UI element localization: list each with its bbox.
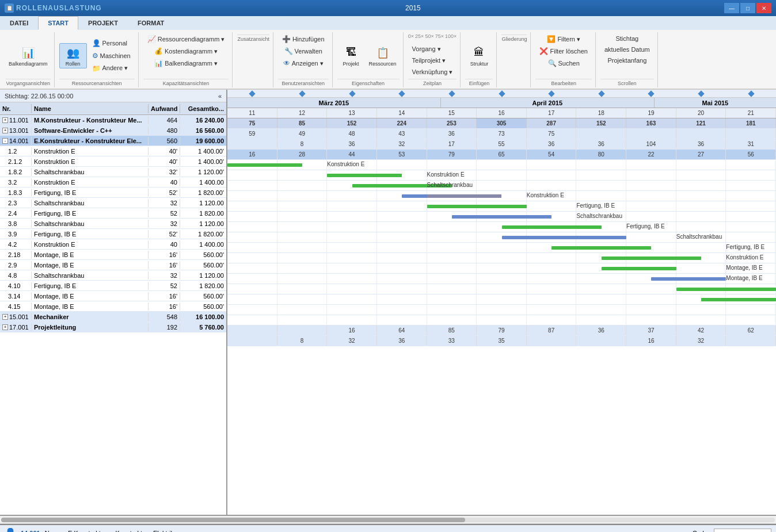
ressourcendiagramm-button[interactable]: 📈 Ressourcendiagramm ▾ (143, 33, 229, 45)
days-header: 1112131415161718192021 (227, 108, 776, 118)
personal-button[interactable]: 👤 Personal (88, 37, 135, 49)
expand-icon[interactable]: + (2, 117, 8, 123)
rollen-button[interactable]: 👥 Rollen (59, 43, 87, 68)
table-row[interactable]: 4.2 Konstruktion E 40 1 400.00 (0, 239, 226, 250)
table-row[interactable]: 1.2 Konstruktion E 40' 1 400.00' (0, 146, 226, 156)
expand-icon[interactable]: - (2, 138, 8, 144)
chart-bar-row: Schaltschrankbau (227, 212, 776, 222)
summary-val: 287 (527, 118, 577, 128)
cell-name: E.Konstrukteur - Konstrukteur Ele... (32, 137, 149, 145)
ressourcen-label: Ressourcen (369, 61, 397, 67)
expand-icon[interactable]: + (2, 128, 8, 133)
teilprojekt-button[interactable]: Teilprojekt ▾ (408, 55, 457, 66)
gantt-bar (452, 215, 551, 219)
table-row[interactable]: 4.10 Fertigung, IB E 52 1 820.00 (0, 281, 226, 291)
table-row[interactable]: 2.9 Montage, IB E 16' 560.00' (0, 260, 226, 270)
cell-gesamtko: 16 240.00 (180, 116, 226, 124)
title-bar-left: 📋 ROLLENAUSLASTUNG (5, 3, 102, 13)
scrollbar-track[interactable] (1, 518, 775, 522)
scrollbar-thumb[interactable] (1, 518, 465, 522)
cell-nr: 4.8 (0, 271, 32, 280)
maschinen-button[interactable]: ⚙ Maschinen (88, 50, 135, 62)
filtern-button[interactable]: 🔽 Filtern ▾ (543, 33, 584, 45)
kostendiagramm-button[interactable]: 💰 Kostendiagramm ▾ (150, 45, 222, 57)
stichtag-button[interactable]: Stichtag (611, 33, 642, 44)
balkendiagramm-icon: 📊 (20, 45, 36, 61)
cell-name: Projektleitung (32, 323, 149, 331)
table-row[interactable]: 4.8 Schaltschrankbau 32 1 120.00 (0, 270, 226, 281)
ressourcenansichten-row1: 👥 Rollen 👤 Personal ⚙ Maschinen 📁 Andere… (59, 33, 135, 78)
struktur-button[interactable]: 🏛 Struktur (465, 43, 493, 68)
code-label: Code: (693, 530, 709, 533)
filter-loeschen-button[interactable]: ❌ Filter löschen (535, 45, 591, 57)
table-row[interactable]: 1.8.3 Fertigung, IB E 52' 1 820.00' (0, 187, 226, 198)
suchen-button[interactable]: 🔍 Suchen (544, 58, 584, 69)
vorgang-label: Vorgang ▾ (412, 45, 441, 53)
close-button[interactable]: ✕ (756, 3, 771, 13)
projektanfang-button[interactable]: Projektanfang (603, 55, 651, 66)
table-row[interactable]: + 13.001 Software-Entwickler - C++ 480 1… (0, 125, 226, 136)
summary-val: 253 (427, 118, 477, 128)
tab-format[interactable]: FORMAT (128, 16, 174, 30)
bar-label: Schaltschrankbau (676, 234, 722, 240)
table-row[interactable]: 1.8.2 Schaltschrankbau 32' 1 120.00' (0, 167, 226, 177)
verknuepfung-button[interactable]: Verknüpfung ▾ (408, 67, 457, 78)
col-nr-header: Nr. (0, 104, 32, 113)
vorgang-button[interactable]: Vorgang ▾ (408, 44, 457, 55)
projekt-button[interactable]: 🏗 Projekt (337, 43, 365, 68)
andere-button[interactable]: 📁 Andere ▾ (88, 63, 135, 74)
table-row[interactable]: 2.3 Schaltschrankbau 32 1 120.00 (0, 198, 226, 208)
table-row[interactable]: + 15.001 Mechaniker 548 16 100.00 (0, 312, 226, 322)
table-row[interactable]: 2.4 Fertigung, IB E 52 1 820.00 (0, 208, 226, 219)
table-row[interactable]: 3.8 Schaltschrankbau 32 1 120.00 (0, 219, 226, 229)
expand-icon[interactable]: + (2, 324, 8, 330)
stichtag-row: Stichtag: 22.06.15 00:00 « (0, 90, 226, 102)
cell-name: Fertigung, IB E (32, 230, 149, 238)
nav-arrow[interactable]: « (218, 93, 222, 99)
cell-gesamtko: 560.00' (180, 292, 226, 300)
table-row[interactable]: 3.2 Konstruktion E 40 1 400.00 (0, 177, 226, 187)
table-row[interactable]: 3.14 Montage, IB E 16' 560.00' (0, 291, 226, 301)
table-row[interactable]: + 17.001 Projektleitung 192 5 760.00 (0, 322, 226, 332)
anzeigen-icon: 👁 (283, 59, 290, 67)
gantt-chart: März 2015 April 2015 Mai 2015 1112131415… (227, 90, 776, 515)
chart-value-cell: 59 (227, 129, 277, 139)
minimize-button[interactable]: — (724, 3, 739, 13)
bar-label: Montage, IB E (726, 275, 762, 281)
tab-start[interactable]: START (38, 16, 78, 30)
marker-cell (377, 90, 427, 97)
suchen-label: Suchen (558, 60, 580, 67)
ressourcen-button[interactable]: 📋 Ressourcen (366, 43, 400, 68)
table-row[interactable]: 3.9 Fertigung, IB E 52' 1 820.00' (0, 229, 226, 239)
table-row[interactable]: 2.1.2 Konstruktion E 40' 1 400.00' (0, 156, 226, 167)
eigenschaften-row: 🏗 Projekt 📋 Ressourcen (337, 33, 400, 78)
scrollen-label: Scrollen (600, 79, 654, 86)
table-row[interactable]: 4.15 Montage, IB E 16' 560.00' (0, 301, 226, 312)
app-title: ROLLENAUSLASTUNG (16, 4, 102, 12)
chart-value-cell (227, 326, 277, 335)
verwalten-button[interactable]: 🔧 Verwalten (280, 45, 326, 57)
gantt-container: Stichtag: 22.06.15 00:00 « Nr. Name Aufw… (0, 90, 776, 516)
bar-label: Konstruktion E (527, 192, 564, 198)
aktuelles-datum-button[interactable]: aktuelles Datum (600, 44, 654, 55)
table-row[interactable]: 2.18 Montage, IB E 16' 560.00' (0, 250, 226, 260)
chart-bar-row: Montage, IB E (227, 274, 776, 284)
cell-gesamtko: 1 120.00 (180, 271, 226, 280)
maximize-button[interactable]: □ (740, 3, 755, 13)
chart-value-cell: 104 (626, 139, 676, 149)
balkendiagramm2-button[interactable]: 📊 Balkendiagramm ▾ (150, 58, 222, 69)
balkendiagramm-button[interactable]: 📊 Balkendiagramm (6, 43, 51, 68)
table-row[interactable]: + 11.001 M.Konstrukteur - Konstrukteur M… (0, 115, 226, 125)
anzeigen-button[interactable]: 👁 Anzeigen ▾ (279, 58, 328, 69)
chart-group-row: 166485798736374262 (227, 326, 776, 336)
marker-cell (676, 90, 726, 97)
code-input[interactable] (714, 529, 771, 533)
hinzufuegen-button[interactable]: ➕ Hinzufügen (278, 33, 329, 45)
tab-projekt[interactable]: PROJEKT (78, 16, 128, 30)
h-scrollbar[interactable] (0, 516, 776, 524)
expand-icon[interactable]: + (2, 314, 8, 320)
chart-bar-row (227, 305, 776, 315)
tab-datei[interactable]: DATEI (0, 16, 38, 30)
chart-value-cell: 8 (277, 336, 328, 346)
table-row-selected[interactable]: - 14.001 E.Konstrukteur - Konstrukteur E… (0, 136, 226, 146)
